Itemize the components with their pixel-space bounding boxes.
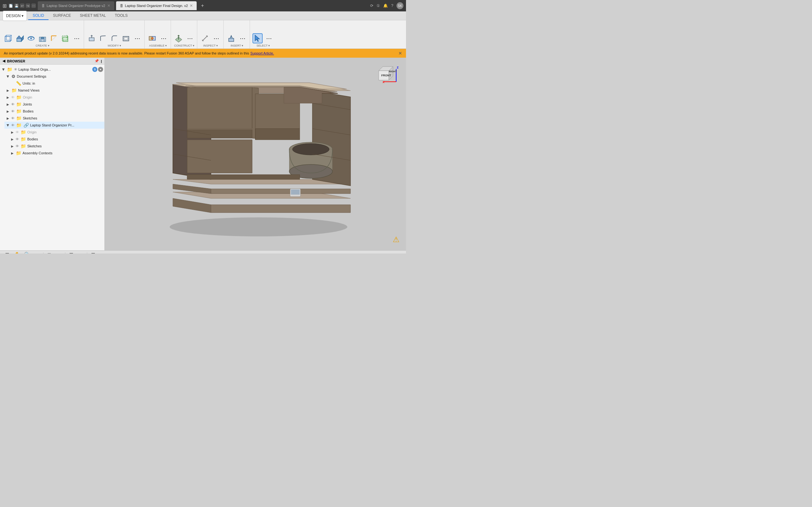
design-chevron-icon: ▾	[21, 14, 23, 18]
root-visibility-icon[interactable]: 👁	[14, 67, 17, 71]
refresh-icon[interactable]: ⟳	[370, 3, 373, 8]
select-icon[interactable]	[252, 33, 263, 43]
origin-nested-arrow[interactable]	[10, 130, 14, 134]
tree-document-settings[interactable]: ⚙ Document Settings	[4, 73, 104, 80]
tab-solid[interactable]: SOLID	[28, 11, 49, 20]
root-arrow[interactable]	[1, 67, 6, 72]
sketches-nested-arrow[interactable]	[10, 144, 14, 148]
banner-close-button[interactable]: ✕	[398, 51, 402, 56]
tab-sheet-metal[interactable]: SHEET METAL	[75, 11, 110, 20]
design-dropdown-button[interactable]: DESIGN ▾	[3, 11, 27, 21]
save-btn[interactable]: 💾	[14, 3, 19, 8]
bodies-top-label: Bodies	[23, 109, 103, 113]
viewport-3d[interactable]: X Z FRONT RIGHT ⚠	[105, 58, 406, 250]
browser-pin-icon[interactable]: 📌	[95, 59, 99, 63]
nav-home-icon[interactable]: ⊞	[3, 250, 11, 254]
tree-sketches-top[interactable]: 👁 📁 Sketches	[4, 115, 104, 122]
insert-mesh-icon[interactable]	[226, 33, 236, 43]
app-grid-icon[interactable]: ⊞	[3, 3, 7, 9]
tree-named-views[interactable]: 📁 Named Views	[4, 87, 104, 94]
file-btn[interactable]: 📄	[9, 3, 13, 8]
tree-origin-top[interactable]: 👁 📁 Origin	[4, 94, 104, 101]
fillet-icon[interactable]	[49, 33, 59, 43]
bodies-nested-arrow[interactable]	[10, 137, 14, 141]
origin-nested-vis[interactable]: 👁	[15, 130, 19, 134]
measure-icon[interactable]	[200, 33, 210, 43]
browser-collapse-icon[interactable]: ◀	[3, 59, 5, 63]
tree-origin-nested[interactable]: 👁 📁 Origin	[9, 129, 104, 135]
view-layout-icon[interactable]: ⊡	[89, 250, 97, 254]
extrude-icon[interactable]	[14, 33, 25, 43]
add-tab-button[interactable]: +	[199, 2, 206, 9]
tab1-close-icon[interactable]: ✕	[107, 3, 110, 8]
user-avatar[interactable]: SK	[397, 2, 403, 9]
doc-settings-arrow[interactable]	[6, 74, 10, 78]
origin-top-arrow[interactable]	[6, 95, 10, 100]
tab-tools[interactable]: TOOLS	[110, 11, 132, 20]
root-badge-dot: ●	[98, 67, 103, 72]
redo2-btn[interactable]: ⋯	[32, 3, 36, 8]
nav-camera-icon[interactable]: ✋	[13, 250, 21, 254]
viewport[interactable]: X Z FRONT RIGHT ⚠	[105, 58, 406, 250]
tab-2[interactable]: 🗄 Laptop Stand Organizer Final Design. v…	[116, 1, 197, 10]
press-pull-icon[interactable]	[87, 33, 97, 43]
revolve-icon[interactable]	[26, 33, 36, 43]
joints-arrow[interactable]	[6, 102, 10, 107]
sketches-nested-vis[interactable]: 👁	[15, 144, 19, 148]
shell-icon[interactable]	[121, 33, 131, 43]
tab-surface[interactable]: SURFACE	[49, 11, 75, 20]
select-more-icon[interactable]: ⋯	[264, 33, 274, 43]
display-mode-icon[interactable]: □	[45, 250, 54, 254]
tree-sketches-nested[interactable]: 👁 📁 Sketches	[9, 143, 104, 150]
help-icon[interactable]: ?	[391, 3, 393, 8]
hole-icon[interactable]	[38, 33, 48, 43]
joint-icon[interactable]	[147, 33, 157, 43]
component-visibility-icon[interactable]: 👁	[11, 123, 14, 127]
tab-1[interactable]: 🗄 Laptop Stand Organizer Prodotype v2 ✕	[38, 1, 114, 10]
grid-dropdown-icon[interactable]: ▾	[77, 250, 86, 254]
tree-bodies-nested[interactable]: 👁 📁 Bodies	[9, 135, 104, 143]
modify-more-icon[interactable]: ⋯	[132, 33, 142, 43]
tree-bodies-top[interactable]: 👁 📁 Bodies	[4, 108, 104, 115]
view-cube[interactable]: X Z FRONT RIGHT	[375, 63, 401, 88]
move-icon[interactable]	[60, 33, 70, 43]
tree-component-laptop[interactable]: 👁 📁 🔗 Laptop Stand Organizer Pr...	[4, 122, 104, 129]
origin-visibility-icon[interactable]: 👁	[11, 95, 14, 99]
view-layout-dropdown-icon[interactable]: ▾	[99, 250, 107, 254]
new-component-icon[interactable]	[3, 33, 13, 43]
display-dropdown-icon[interactable]: ▾	[55, 250, 64, 254]
construct-more-icon[interactable]: ⋯	[185, 33, 195, 43]
svg-marker-33	[173, 199, 211, 213]
nav-zoom-icon[interactable]: 🔍	[23, 250, 32, 254]
redo-btn[interactable]: ↪	[26, 3, 30, 8]
component-folder-icon: 📁	[16, 123, 21, 128]
navigation-controls: ⊞ ✋ 🔍 ▾ □ ▾ ⊞ ▾ ⊡ ▾	[3, 250, 107, 254]
tab2-close-icon[interactable]: ✕	[190, 3, 193, 8]
tree-joints[interactable]: 👁 📁 Joints	[4, 101, 104, 108]
sketches-visibility-icon[interactable]: 👁	[11, 116, 14, 120]
bodies-nested-vis[interactable]: 👁	[15, 137, 19, 141]
bodies-top-arrow[interactable]	[6, 109, 10, 113]
component-arrow[interactable]	[6, 123, 10, 127]
sketches-top-arrow[interactable]	[6, 116, 10, 120]
insert-more-icon[interactable]: ⋯	[238, 33, 248, 43]
chamfer-icon[interactable]	[109, 33, 119, 43]
create-more-icon[interactable]: ⋯	[72, 33, 82, 43]
assembly-contexts-arrow[interactable]	[10, 151, 14, 155]
bodies-visibility-icon[interactable]: 👁	[11, 109, 14, 113]
joints-visibility-icon[interactable]: 👁	[11, 102, 14, 106]
bell-icon[interactable]: 🔔	[383, 3, 388, 8]
named-views-arrow[interactable]	[6, 88, 10, 93]
tree-assembly-contexts[interactable]: 📁 Assembly Contexts	[9, 150, 104, 157]
nav-zoom-dropdown-icon[interactable]: ▾	[33, 250, 42, 254]
banner-link[interactable]: Support Article.	[250, 51, 274, 55]
assemble-more-icon[interactable]: ⋯	[159, 33, 169, 43]
plane-icon[interactable]	[173, 33, 184, 43]
inspect-more-icon[interactable]: ⋯	[211, 33, 221, 43]
tree-root[interactable]: 📁 👁 Laptop Stand Orga... S ●	[0, 66, 104, 73]
notification-count-icon[interactable]: ①	[376, 3, 380, 8]
tree-units[interactable]: 📏 Units: in	[9, 80, 104, 87]
grid-icon[interactable]: ⊞	[67, 250, 75, 254]
undo-btn[interactable]: ↩	[20, 3, 24, 8]
fillet-mod-icon[interactable]	[98, 33, 108, 43]
